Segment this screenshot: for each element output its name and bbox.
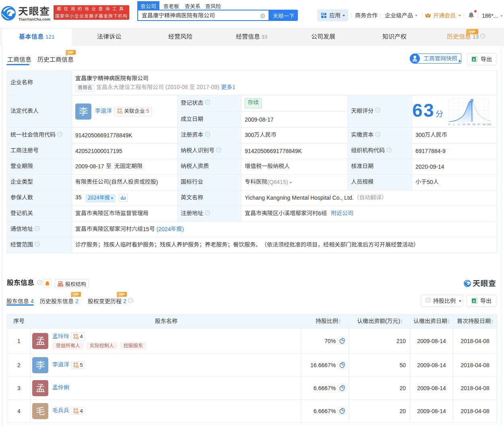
svg-text:15: 15 [463, 123, 465, 126]
svg-text:100: 100 [487, 123, 491, 126]
svg-text:X: X [473, 58, 475, 62]
svg-text:?: ? [388, 148, 390, 152]
svg-text:97: 97 [477, 123, 480, 126]
svg-text:?: ? [427, 298, 429, 302]
svg-text:?: ? [59, 132, 61, 136]
svg-text:?: ? [377, 132, 379, 136]
svg-text:?: ? [130, 299, 132, 302]
svg-text:?: ? [482, 34, 484, 38]
svg-text:0: 0 [448, 123, 450, 126]
svg-text:?: ? [36, 227, 38, 230]
svg-text:50: 50 [467, 123, 470, 126]
svg-text:?: ? [377, 109, 379, 112]
svg-text:?: ? [39, 281, 41, 284]
svg-text:1: 1 [453, 123, 454, 126]
svg-text:?: ? [207, 132, 209, 136]
svg-text:?: ? [218, 148, 220, 152]
svg-text:?: ? [36, 242, 38, 246]
svg-text:3: 3 [458, 123, 460, 126]
svg-text:?: ? [207, 101, 209, 104]
svg-text:85: 85 [473, 123, 475, 126]
svg-text:99: 99 [483, 123, 485, 126]
svg-text:?: ? [207, 211, 209, 215]
svg-text:X: X [473, 299, 475, 303]
